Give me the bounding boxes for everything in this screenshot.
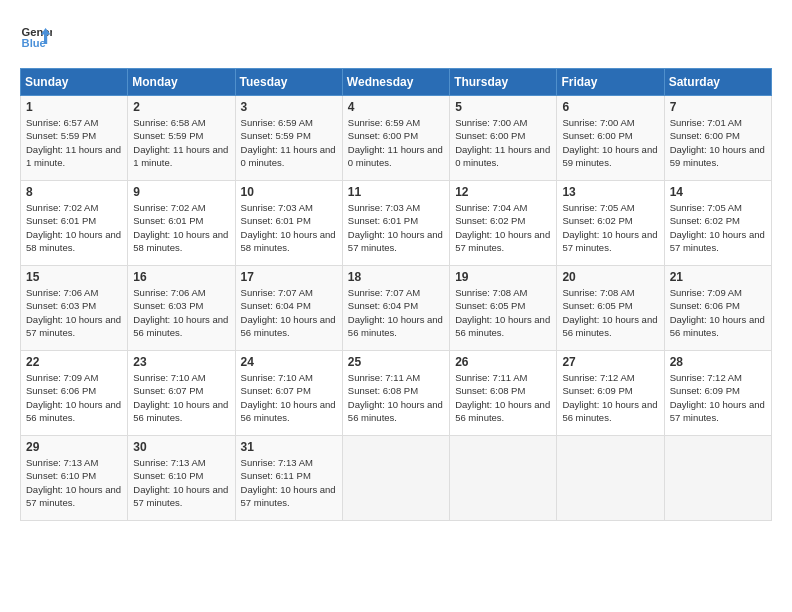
sunset-label: Sunset: 6:10 PM <box>26 470 96 481</box>
sunset-label: Sunset: 6:10 PM <box>133 470 203 481</box>
day-info: Sunrise: 7:09 AM Sunset: 6:06 PM Dayligh… <box>670 286 766 339</box>
daylight-label: Daylight: 10 hours and 58 minutes. <box>133 229 228 253</box>
logo: General Blue <box>20 20 56 52</box>
calendar-cell: 28 Sunrise: 7:12 AM Sunset: 6:09 PM Dayl… <box>664 351 771 436</box>
daylight-label: Daylight: 10 hours and 56 minutes. <box>455 399 550 423</box>
day-number: 10 <box>241 185 337 199</box>
page-header: General Blue <box>20 20 772 52</box>
day-number: 8 <box>26 185 122 199</box>
day-info: Sunrise: 7:02 AM Sunset: 6:01 PM Dayligh… <box>26 201 122 254</box>
calendar-week-5: 29 Sunrise: 7:13 AM Sunset: 6:10 PM Dayl… <box>21 436 772 521</box>
day-info: Sunrise: 7:06 AM Sunset: 6:03 PM Dayligh… <box>26 286 122 339</box>
daylight-label: Daylight: 10 hours and 57 minutes. <box>670 399 765 423</box>
calendar-cell: 27 Sunrise: 7:12 AM Sunset: 6:09 PM Dayl… <box>557 351 664 436</box>
day-number: 9 <box>133 185 229 199</box>
day-number: 30 <box>133 440 229 454</box>
daylight-label: Daylight: 11 hours and 1 minute. <box>133 144 228 168</box>
daylight-label: Daylight: 10 hours and 59 minutes. <box>670 144 765 168</box>
sunset-label: Sunset: 6:01 PM <box>26 215 96 226</box>
calendar-cell: 12 Sunrise: 7:04 AM Sunset: 6:02 PM Dayl… <box>450 181 557 266</box>
day-info: Sunrise: 7:08 AM Sunset: 6:05 PM Dayligh… <box>562 286 658 339</box>
day-info: Sunrise: 7:13 AM Sunset: 6:10 PM Dayligh… <box>26 456 122 509</box>
calendar-cell: 15 Sunrise: 7:06 AM Sunset: 6:03 PM Dayl… <box>21 266 128 351</box>
sunset-label: Sunset: 6:03 PM <box>133 300 203 311</box>
calendar-cell: 11 Sunrise: 7:03 AM Sunset: 6:01 PM Dayl… <box>342 181 449 266</box>
calendar-cell: 20 Sunrise: 7:08 AM Sunset: 6:05 PM Dayl… <box>557 266 664 351</box>
calendar-cell: 3 Sunrise: 6:59 AM Sunset: 5:59 PM Dayli… <box>235 96 342 181</box>
sunset-label: Sunset: 6:09 PM <box>562 385 632 396</box>
daylight-label: Daylight: 10 hours and 59 minutes. <box>562 144 657 168</box>
daylight-label: Daylight: 10 hours and 56 minutes. <box>455 314 550 338</box>
sunrise-label: Sunrise: 7:12 AM <box>670 372 742 383</box>
calendar-cell: 21 Sunrise: 7:09 AM Sunset: 6:06 PM Dayl… <box>664 266 771 351</box>
sunrise-label: Sunrise: 6:58 AM <box>133 117 205 128</box>
sunset-label: Sunset: 6:05 PM <box>455 300 525 311</box>
day-number: 24 <box>241 355 337 369</box>
header-row: SundayMondayTuesdayWednesdayThursdayFrid… <box>21 69 772 96</box>
svg-text:Blue: Blue <box>22 37 46 49</box>
daylight-label: Daylight: 10 hours and 56 minutes. <box>133 314 228 338</box>
col-header-friday: Friday <box>557 69 664 96</box>
sunset-label: Sunset: 6:00 PM <box>562 130 632 141</box>
day-info: Sunrise: 6:59 AM Sunset: 5:59 PM Dayligh… <box>241 116 337 169</box>
logo-icon: General Blue <box>20 20 52 52</box>
sunset-label: Sunset: 6:02 PM <box>455 215 525 226</box>
calendar-cell: 24 Sunrise: 7:10 AM Sunset: 6:07 PM Dayl… <box>235 351 342 436</box>
sunrise-label: Sunrise: 7:03 AM <box>241 202 313 213</box>
sunset-label: Sunset: 6:07 PM <box>241 385 311 396</box>
sunset-label: Sunset: 6:02 PM <box>670 215 740 226</box>
sunset-label: Sunset: 6:08 PM <box>348 385 418 396</box>
day-info: Sunrise: 7:07 AM Sunset: 6:04 PM Dayligh… <box>348 286 444 339</box>
sunset-label: Sunset: 6:11 PM <box>241 470 311 481</box>
day-info: Sunrise: 7:11 AM Sunset: 6:08 PM Dayligh… <box>455 371 551 424</box>
day-number: 29 <box>26 440 122 454</box>
sunset-label: Sunset: 6:07 PM <box>133 385 203 396</box>
daylight-label: Daylight: 10 hours and 56 minutes. <box>26 399 121 423</box>
sunrise-label: Sunrise: 7:05 AM <box>670 202 742 213</box>
day-number: 15 <box>26 270 122 284</box>
day-number: 16 <box>133 270 229 284</box>
calendar-week-2: 8 Sunrise: 7:02 AM Sunset: 6:01 PM Dayli… <box>21 181 772 266</box>
col-header-sunday: Sunday <box>21 69 128 96</box>
sunset-label: Sunset: 6:00 PM <box>455 130 525 141</box>
day-number: 13 <box>562 185 658 199</box>
sunset-label: Sunset: 6:09 PM <box>670 385 740 396</box>
day-info: Sunrise: 7:13 AM Sunset: 6:11 PM Dayligh… <box>241 456 337 509</box>
day-info: Sunrise: 7:11 AM Sunset: 6:08 PM Dayligh… <box>348 371 444 424</box>
day-number: 14 <box>670 185 766 199</box>
calendar-cell: 4 Sunrise: 6:59 AM Sunset: 6:00 PM Dayli… <box>342 96 449 181</box>
calendar-cell <box>664 436 771 521</box>
day-info: Sunrise: 7:10 AM Sunset: 6:07 PM Dayligh… <box>241 371 337 424</box>
day-number: 17 <box>241 270 337 284</box>
sunrise-label: Sunrise: 7:09 AM <box>670 287 742 298</box>
calendar-table: SundayMondayTuesdayWednesdayThursdayFrid… <box>20 68 772 521</box>
day-info: Sunrise: 7:09 AM Sunset: 6:06 PM Dayligh… <box>26 371 122 424</box>
sunset-label: Sunset: 6:03 PM <box>26 300 96 311</box>
day-number: 5 <box>455 100 551 114</box>
sunrise-label: Sunrise: 7:06 AM <box>133 287 205 298</box>
day-info: Sunrise: 7:05 AM Sunset: 6:02 PM Dayligh… <box>670 201 766 254</box>
day-number: 23 <box>133 355 229 369</box>
daylight-label: Daylight: 10 hours and 56 minutes. <box>670 314 765 338</box>
day-number: 18 <box>348 270 444 284</box>
daylight-label: Daylight: 11 hours and 1 minute. <box>26 144 121 168</box>
calendar-cell: 6 Sunrise: 7:00 AM Sunset: 6:00 PM Dayli… <box>557 96 664 181</box>
calendar-cell: 1 Sunrise: 6:57 AM Sunset: 5:59 PM Dayli… <box>21 96 128 181</box>
calendar-cell: 22 Sunrise: 7:09 AM Sunset: 6:06 PM Dayl… <box>21 351 128 436</box>
sunset-label: Sunset: 6:00 PM <box>670 130 740 141</box>
day-info: Sunrise: 7:08 AM Sunset: 6:05 PM Dayligh… <box>455 286 551 339</box>
day-number: 31 <box>241 440 337 454</box>
sunrise-label: Sunrise: 7:07 AM <box>348 287 420 298</box>
calendar-cell <box>450 436 557 521</box>
sunrise-label: Sunrise: 7:09 AM <box>26 372 98 383</box>
day-number: 7 <box>670 100 766 114</box>
col-header-saturday: Saturday <box>664 69 771 96</box>
day-number: 22 <box>26 355 122 369</box>
daylight-label: Daylight: 10 hours and 56 minutes. <box>348 399 443 423</box>
calendar-cell <box>342 436 449 521</box>
calendar-cell: 29 Sunrise: 7:13 AM Sunset: 6:10 PM Dayl… <box>21 436 128 521</box>
sunrise-label: Sunrise: 7:08 AM <box>562 287 634 298</box>
daylight-label: Daylight: 10 hours and 57 minutes. <box>26 314 121 338</box>
sunrise-label: Sunrise: 7:06 AM <box>26 287 98 298</box>
day-number: 3 <box>241 100 337 114</box>
